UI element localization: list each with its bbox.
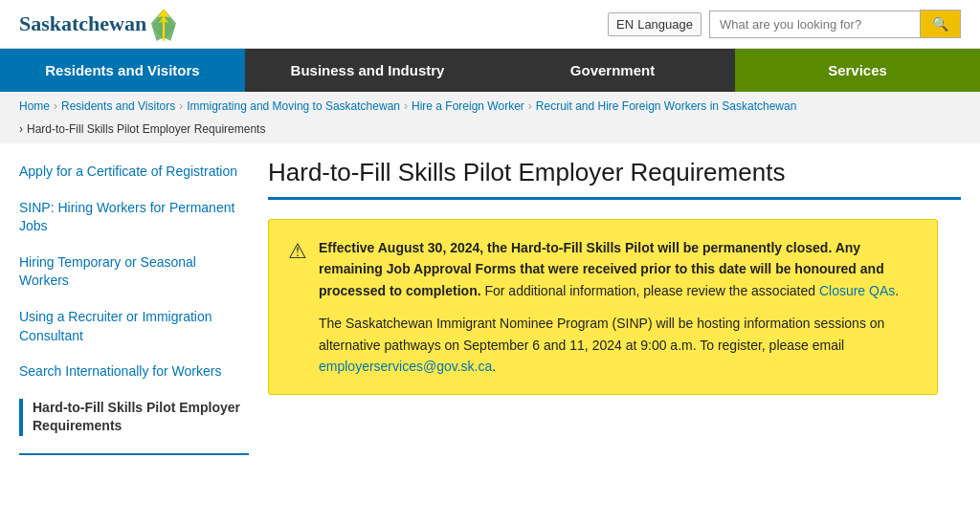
language-button[interactable]: EN Language — [608, 12, 702, 36]
nav-item-business[interactable]: Business and Industry — [245, 49, 490, 92]
sidebar-divider — [19, 453, 249, 455]
alert-text: Effective August 30, 2024, the Hard-to-F… — [319, 237, 918, 377]
main-nav: Residents and Visitors Business and Indu… — [0, 49, 980, 92]
sidebar-link-temporary[interactable]: Hiring Temporary or Seasonal Workers — [19, 253, 249, 291]
search-box: 🔍 — [709, 10, 961, 38]
breadcrumb-row2: › Hard-to-Fill Skills Pilot Employer Req… — [0, 120, 980, 143]
alert-p1-end: . — [895, 283, 899, 298]
warning-icon: ⚠ — [288, 239, 307, 264]
alert-paragraph-2: The Saskatchewan Immigrant Nominee Progr… — [319, 313, 918, 377]
sidebar-active-item: Hard-to-Fill Skills Pilot Employer Requi… — [19, 399, 249, 436]
employer-email-link[interactable]: employerservices@gov.sk.ca — [319, 359, 492, 374]
alert-additional-info: For additional information, please revie… — [484, 283, 818, 298]
breadcrumb-sep-4: › — [528, 99, 532, 113]
breadcrumb: Home › Residents and Visitors › Immigrat… — [0, 92, 980, 120]
logo-icon — [150, 9, 171, 35]
search-icon: 🔍 — [932, 16, 948, 32]
breadcrumb-home[interactable]: Home — [19, 99, 50, 113]
alert-box: ⚠ Effective August 30, 2024, the Hard-to… — [268, 219, 938, 395]
breadcrumb-hire[interactable]: Hire a Foreign Worker — [412, 99, 524, 113]
sidebar-link-certificate[interactable]: Apply for a Certificate of Registration — [19, 163, 249, 182]
breadcrumb-sep-3: › — [404, 99, 408, 113]
site-header: Saskatchewan EN Language 🔍 — [0, 0, 980, 49]
breadcrumb-recruit[interactable]: Recruit and Hire Foreign Workers in Sask… — [536, 99, 797, 113]
breadcrumb-sep-1: › — [54, 99, 57, 113]
sidebar-link-recruiter[interactable]: Using a Recruiter or Immigration Consult… — [19, 308, 249, 345]
closure-qa-link[interactable]: Closure QAs — [819, 283, 895, 298]
breadcrumb-current: Hard-to-Fill Skills Pilot Employer Requi… — [27, 122, 265, 136]
nav-item-services[interactable]: Services — [735, 49, 980, 92]
page-title: Hard-to-Fill Skills Pilot Employer Requi… — [268, 158, 961, 200]
alert-header: ⚠ Effective August 30, 2024, the Hard-to… — [288, 237, 918, 377]
logo-area: Saskatchewan — [19, 11, 171, 37]
sidebar-link-sinp[interactable]: SINP: Hiring Workers for Permanent Jobs — [19, 199, 249, 236]
main-content: Hard-to-Fill Skills Pilot Employer Requi… — [268, 153, 961, 455]
logo-text: Saskatchewan — [19, 11, 146, 36]
nav-item-residents[interactable]: Residents and Visitors — [0, 49, 245, 92]
alert-sinp-text: The Saskatchewan Immigrant Nominee Progr… — [319, 316, 884, 352]
page-container: Apply for a Certificate of Registration … — [0, 153, 980, 455]
nav-item-government[interactable]: Government — [490, 49, 735, 92]
lang-code: EN — [616, 17, 634, 32]
lang-label: Language — [637, 17, 693, 32]
breadcrumb-immigrating[interactable]: Immigrating and Moving to Saskatchewan — [187, 99, 400, 113]
breadcrumb-residents[interactable]: Residents and Visitors — [61, 99, 175, 113]
alert-p2-end: . — [492, 359, 496, 374]
sidebar: Apply for a Certificate of Registration … — [19, 153, 268, 455]
search-button[interactable]: 🔍 — [920, 10, 961, 38]
breadcrumb-sep-2: › — [179, 99, 183, 113]
breadcrumb-sep-5: › — [19, 122, 23, 136]
search-input[interactable] — [709, 11, 920, 38]
sidebar-link-search[interactable]: Search Internationally for Workers — [19, 362, 249, 382]
search-area: EN Language 🔍 — [608, 10, 961, 38]
alert-paragraph-1: Effective August 30, 2024, the Hard-to-F… — [319, 237, 918, 301]
